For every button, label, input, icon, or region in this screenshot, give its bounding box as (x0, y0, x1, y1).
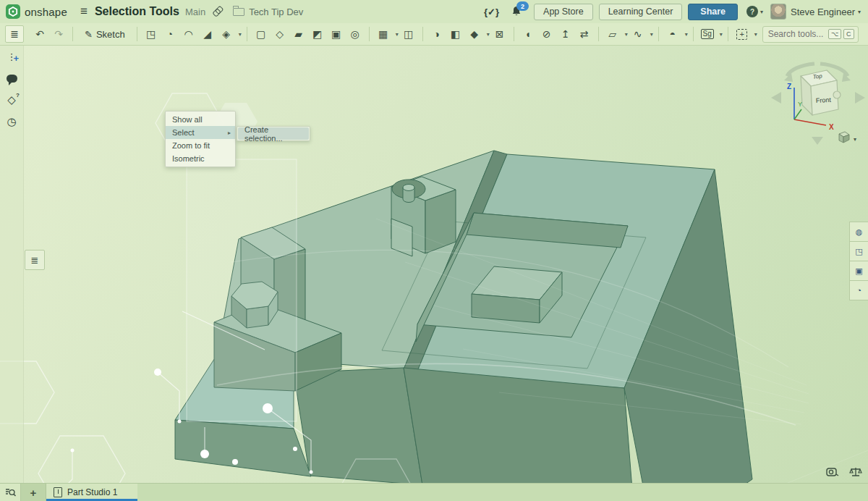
help-cube-icon[interactable]: ◇ ? (3, 91, 20, 109)
split-icon[interactable]: ◧ (447, 26, 464, 42)
redo-icon[interactable]: ↷ (50, 26, 67, 42)
draft-icon[interactable]: ▰ (290, 26, 307, 42)
feature-list-flyout-button[interactable]: ≣ (25, 250, 45, 270)
thicken-icon[interactable]: ◈ (218, 26, 235, 42)
view-options-cube-icon (839, 132, 849, 143)
selection-group-icon[interactable]: Sg (699, 26, 716, 42)
tab-part-studio-1[interactable]: Part Studio 1 (46, 484, 137, 501)
branch-name[interactable]: Main (185, 7, 205, 17)
curve-icon[interactable]: ∿ (629, 26, 647, 42)
app-store-button[interactable]: App Store (534, 4, 593, 20)
model-viewport[interactable] (0, 45, 868, 484)
left-rail: ⋮ + ◇ ? ◷ (0, 45, 24, 487)
shortcut-key-alt: ⌥ (828, 29, 841, 39)
sketch-button[interactable]: ✎ Sketch (79, 25, 131, 43)
link-icon[interactable] (212, 6, 224, 17)
measure-icon[interactable] (826, 466, 839, 481)
plane-icon[interactable]: ▱ (604, 26, 621, 42)
search-tools-box[interactable]: ⌥ C (762, 26, 859, 43)
learning-center-button[interactable]: Learning Center (599, 4, 683, 20)
mirror-icon[interactable]: ◫ (400, 26, 417, 42)
chamfer-icon[interactable]: ◇ (271, 26, 289, 42)
hole-icon[interactable]: ◎ (346, 26, 364, 42)
search-tools-input[interactable] (767, 28, 826, 40)
feature-list-icon[interactable]: ≣ (5, 25, 24, 43)
rotate-left-arrow (771, 92, 781, 104)
help-icon: ? (746, 6, 758, 17)
pattern-icon[interactable]: ▦ (375, 26, 392, 42)
user-avatar[interactable] (770, 4, 786, 20)
surface-icon[interactable]: ◓ (664, 26, 681, 42)
insert-tab-button[interactable]: + (21, 484, 46, 501)
decorative-overlay (0, 93, 868, 501)
comment-icon[interactable] (3, 70, 20, 87)
search-tabs-button[interactable] (0, 484, 21, 501)
delete-face-icon[interactable]: ⊘ (538, 26, 556, 42)
notifications-bell-icon[interactable]: 2 (511, 5, 524, 18)
notification-count-badge: 2 (516, 1, 529, 11)
replace-face-icon[interactable]: ⇄ (576, 26, 593, 42)
rotate-down-arrow (812, 137, 823, 145)
fillet-icon[interactable]: ▢ (252, 26, 270, 42)
revolve-icon[interactable]: ◔ (161, 26, 179, 42)
axis-x-label: X (829, 123, 834, 131)
move-face-icon[interactable]: ↥ (557, 26, 574, 42)
extrude-icon[interactable]: ◳ (142, 26, 160, 42)
main-menu-icon[interactable]: ≡ (80, 4, 88, 19)
analysis-tools (816, 466, 862, 481)
viewcube-front-label: Front (816, 96, 832, 104)
onshape-logo-icon[interactable] (6, 4, 20, 19)
named-views-panel-icon[interactable]: ◔ (849, 280, 868, 300)
appearance-panel-icon[interactable]: ◍ (849, 222, 868, 241)
part-3d-model (0, 45, 868, 501)
folder-icon (233, 8, 244, 16)
pencil-icon: ✎ (85, 29, 93, 40)
bom-panel-icon[interactable]: ▣ (849, 261, 868, 280)
rotate-right-arrow (855, 92, 865, 104)
document-title[interactable]: Selection Tools (95, 5, 179, 18)
sweep-icon[interactable]: ◠ (180, 26, 197, 42)
folder-name[interactable]: Tech Tip Dev (249, 7, 303, 17)
context-submenu: Create selection... (237, 126, 310, 141)
display-options-panel-icon[interactable]: ◳ (849, 241, 868, 261)
context-menu: Show allSelectZoom to fitIsometric (165, 111, 236, 167)
transform-icon[interactable]: ◆ (466, 26, 483, 42)
right-panel-rail: ◍◳▣◔ (849, 222, 868, 300)
view-options-chevron-icon: ▾ (854, 136, 856, 143)
select-region-icon[interactable]: + (733, 26, 751, 42)
loft-icon[interactable]: ◢ (199, 26, 216, 42)
feature-toolbar: ≣ ↶↷ ✎ Sketch ◳◔◠◢◈ ▢◇▰◩▣◎ ▦◫ ◑◧◆⊠ ◖⊘↥⇄ … (0, 23, 868, 46)
user-name[interactable]: Steve Engineer (791, 7, 855, 17)
app-name: onshape (25, 6, 67, 18)
shell-icon[interactable]: ▣ (328, 26, 345, 42)
user-menu-chevron-icon[interactable]: ▾ (858, 9, 861, 15)
featurescript-check-icon[interactable]: {✓} (484, 7, 499, 17)
mass-properties-icon[interactable] (849, 466, 862, 481)
share-button[interactable]: Share (688, 4, 738, 20)
add-item-icon[interactable]: ⋮ + (3, 48, 20, 65)
undo-icon[interactable]: ↶ (31, 26, 48, 42)
boolean-icon[interactable]: ◑ (428, 26, 446, 42)
tab-bar: + Part Studio 1 (0, 483, 868, 501)
delete-part-icon[interactable]: ⊠ (491, 26, 509, 42)
app-header: onshape ≡ Selection Tools Main Tech Tip … (0, 0, 868, 23)
view-cube[interactable]: Top Front Z X Y ▾ (767, 54, 868, 148)
history-icon[interactable]: ◷ (3, 113, 20, 130)
modify-fillet-icon[interactable]: ◖ (519, 26, 537, 42)
shortcut-key-c: C (843, 29, 854, 39)
axis-y-label: Y (798, 101, 802, 108)
axis-z-label: Z (787, 83, 791, 90)
viewcube-top-label: Top (812, 72, 823, 80)
part-studio-icon (54, 487, 62, 497)
chevron-down-icon: ▾ (760, 9, 763, 15)
rib-icon[interactable]: ◩ (309, 26, 326, 42)
help-menu[interactable]: ? ▾ (746, 6, 763, 17)
